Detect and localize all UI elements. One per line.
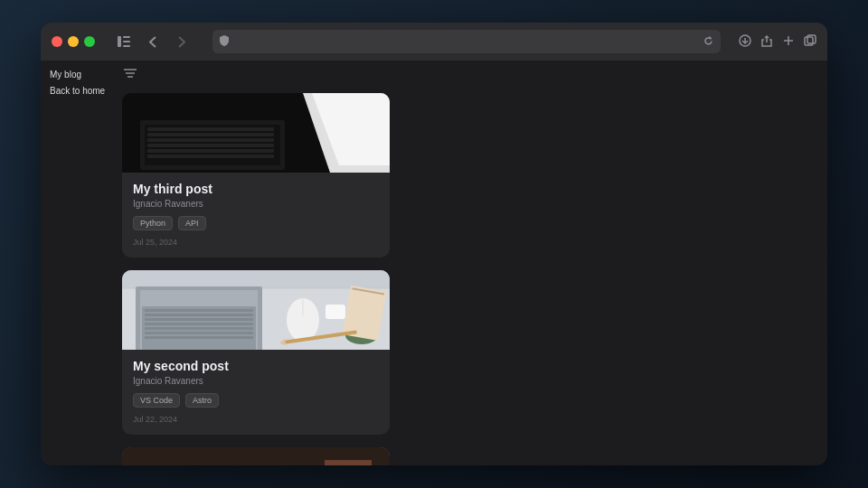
shield-icon <box>220 35 229 48</box>
traffic-lights <box>52 36 95 47</box>
browser-window: My blog Back to home <box>41 23 827 465</box>
filter-bar <box>122 68 813 82</box>
svg-rect-21 <box>147 149 274 153</box>
post-image-1 <box>122 93 390 173</box>
refresh-icon[interactable] <box>703 36 713 48</box>
post-title-2: My second post <box>133 359 379 373</box>
back-to-home-link[interactable]: Back to home <box>50 84 113 99</box>
post-card[interactable]: My third post Ignacio Ravaners Python AP… <box>122 93 390 258</box>
svg-rect-31 <box>145 309 253 312</box>
address-bar[interactable] <box>212 30 721 53</box>
post-image-2 <box>122 270 390 350</box>
back-button[interactable] <box>140 29 165 54</box>
post-author-2: Ignacio Ravaners <box>133 376 379 386</box>
maximize-button[interactable] <box>84 36 95 47</box>
post-tag: Astro <box>185 393 219 408</box>
nav-icons <box>109 29 194 54</box>
tabs-icon[interactable] <box>804 34 816 50</box>
site-sidebar: My blog Back to home <box>41 61 122 465</box>
post-tag: Python <box>133 216 173 230</box>
post-tags-1: Python API <box>133 216 379 230</box>
post-tag: API <box>178 216 206 230</box>
svg-rect-35 <box>145 327 253 330</box>
svg-rect-32 <box>145 314 253 316</box>
svg-rect-57 <box>325 460 372 465</box>
browser-actions <box>739 34 816 50</box>
svg-rect-3 <box>123 45 130 47</box>
title-bar <box>41 23 827 61</box>
svg-rect-37 <box>145 336 253 339</box>
post-card[interactable]: My second post Ignacio Ravaners VS Code … <box>122 270 390 435</box>
share-icon[interactable] <box>760 34 773 50</box>
svg-rect-18 <box>147 133 274 136</box>
site-title-link[interactable]: My blog <box>50 68 113 82</box>
post-body-1: My third post Ignacio Ravaners Python AP… <box>122 173 390 258</box>
post-image-3 <box>122 447 390 465</box>
svg-rect-2 <box>123 41 130 42</box>
post-title-1: My third post <box>133 182 379 196</box>
svg-rect-0 <box>118 36 121 47</box>
svg-rect-34 <box>145 323 253 325</box>
post-card[interactable] <box>122 447 390 465</box>
sidebar-toggle-icon[interactable] <box>111 29 137 54</box>
site-nav: My blog Back to home <box>50 68 113 99</box>
svg-rect-22 <box>147 155 274 158</box>
post-date-1: Jul 25, 2024 <box>133 238 379 247</box>
main-content: My third post Ignacio Ravaners Python AP… <box>122 61 827 465</box>
svg-rect-17 <box>147 127 274 131</box>
new-tab-icon[interactable] <box>782 34 795 50</box>
close-button[interactable] <box>52 36 62 47</box>
post-author-1: Ignacio Ravaners <box>133 199 379 209</box>
svg-rect-19 <box>147 138 274 142</box>
browser-content: My blog Back to home <box>41 61 827 465</box>
post-body-2: My second post Ignacio Ravaners VS Code … <box>122 350 390 435</box>
post-tag: VS Code <box>133 393 180 408</box>
post-tags-2: VS Code Astro <box>133 393 379 408</box>
downloads-icon[interactable] <box>739 34 751 50</box>
forward-button[interactable] <box>169 29 194 54</box>
minimize-button[interactable] <box>68 36 79 47</box>
svg-rect-36 <box>145 332 253 334</box>
filter-icon[interactable] <box>124 68 137 82</box>
svg-rect-1 <box>123 36 130 38</box>
svg-rect-33 <box>145 318 253 321</box>
svg-rect-20 <box>147 144 274 147</box>
svg-rect-40 <box>326 305 345 319</box>
post-date-2: Jul 22, 2024 <box>133 415 379 424</box>
